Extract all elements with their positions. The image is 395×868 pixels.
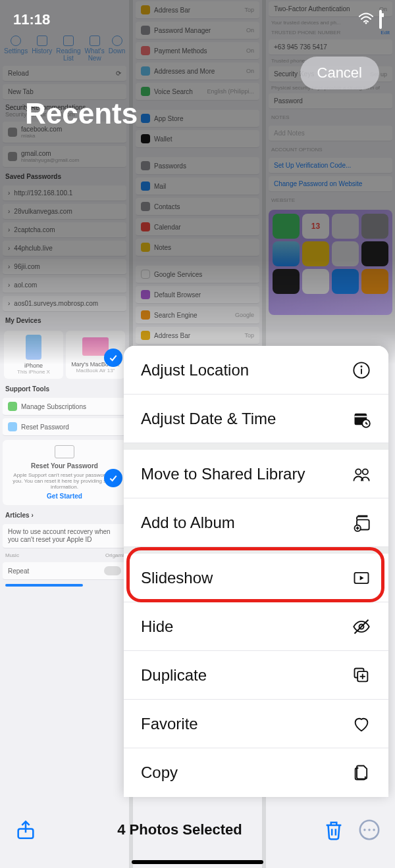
bottom-toolbar: 4 Photos Selected (0, 805, 395, 868)
copy-icon (352, 763, 371, 783)
cancel-button[interactable]: Cancel (300, 57, 379, 89)
sheet-item-add-to-album[interactable]: Add to Album (124, 498, 388, 547)
status-time: 11:18 (13, 11, 50, 28)
sheet-item-label: Hide (141, 617, 173, 636)
sheet-item-adjust-location[interactable]: Adjust Location (124, 346, 388, 395)
sheet-item-label: Adjust Location (141, 361, 249, 379)
sheet-item-hide[interactable]: Hide (124, 602, 388, 651)
sheet-item-label: Slideshow (141, 569, 213, 587)
selected-count: 4 Photos Selected (117, 821, 242, 838)
cancel-label: Cancel (317, 64, 362, 81)
more-button[interactable] (358, 819, 381, 841)
sheet-item-adjust-date-time[interactable]: Adjust Date & Time (124, 395, 388, 443)
sheet-item-slideshow[interactable]: Slideshow (124, 554, 388, 602)
wifi-icon (358, 11, 374, 28)
page-title: Recents (25, 97, 138, 130)
svg-marker-14 (360, 575, 364, 580)
sheet-item-duplicate[interactable]: Duplicate (124, 651, 388, 700)
sheet-item-label: Copy (141, 763, 178, 782)
sheet-item-favorite[interactable]: Favorite (124, 700, 388, 748)
sheet-item-label: Add to Album (141, 514, 235, 532)
calendar-clock-icon (352, 409, 371, 429)
svg-point-24 (363, 829, 365, 831)
home-indicator (132, 860, 263, 864)
selection-check-icon (104, 469, 122, 487)
bg-col-1: Settings History Reading List What's New… (0, 0, 129, 868)
people-icon (352, 464, 371, 484)
sheet-item-label: Move to Shared Library (141, 465, 305, 483)
play-rect-icon (352, 568, 371, 588)
sheet-item-label: Adjust Date & Time (141, 410, 276, 428)
selection-check-icon (104, 349, 122, 367)
action-sheet: Adjust Location Adjust Date & Time Move … (124, 346, 388, 797)
album-add-icon (352, 513, 371, 533)
svg-point-26 (373, 829, 375, 831)
svg-point-0 (365, 22, 367, 24)
sheet-item-label: Favorite (141, 715, 198, 733)
share-button[interactable] (14, 819, 37, 841)
svg-point-7 (356, 469, 361, 474)
sheet-item-move-shared-library[interactable]: Move to Shared Library (124, 450, 388, 498)
duplicate-icon (352, 665, 371, 685)
svg-point-3 (361, 366, 361, 366)
battery-icon (379, 11, 382, 28)
sheet-item-copy[interactable]: Copy (124, 748, 388, 797)
status-bar: 11:18 (0, 0, 395, 39)
trash-button[interactable] (323, 819, 345, 841)
svg-point-8 (363, 469, 368, 474)
info-icon (352, 360, 371, 380)
sheet-item-label: Duplicate (141, 666, 207, 685)
svg-point-25 (368, 829, 370, 831)
heart-icon (352, 714, 371, 734)
eye-slash-icon (352, 617, 371, 637)
